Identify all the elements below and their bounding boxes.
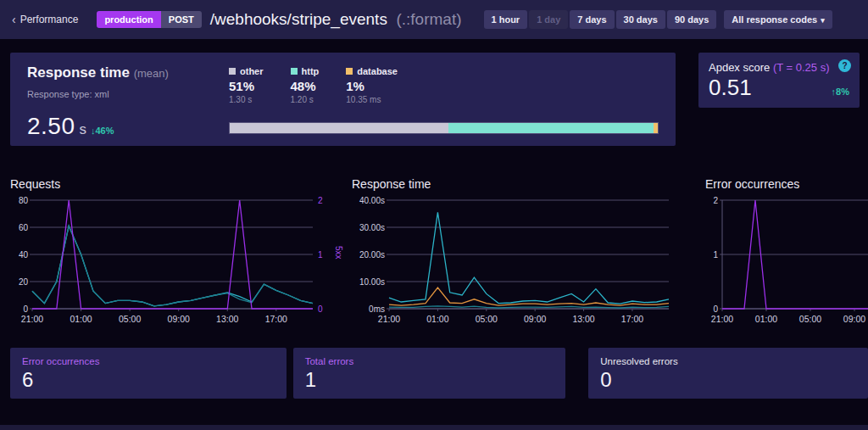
- range-button-90-days[interactable]: 90 days: [667, 10, 716, 29]
- breadcrumb-label: Performance: [20, 14, 79, 25]
- svg-text:0: 0: [713, 304, 718, 314]
- range-button-30-days[interactable]: 30 days: [616, 10, 665, 29]
- range-button-1-hour[interactable]: 1 hour: [484, 10, 528, 29]
- svg-text:13:00: 13:00: [216, 314, 238, 324]
- response-time-number: 2.50: [27, 113, 75, 140]
- response-time-title: Response time (mean): [27, 64, 229, 81]
- legend-item-http: http 48% 1.20 s: [291, 66, 320, 104]
- bar-segment-database: [654, 123, 658, 133]
- svg-text:1: 1: [318, 250, 323, 260]
- bar-segment-other: [230, 123, 448, 133]
- requests-chart-title: Requests: [10, 177, 345, 191]
- range-button-7-days[interactable]: 7 days: [570, 10, 614, 29]
- svg-text:09:00: 09:00: [168, 314, 190, 324]
- svg-text:0: 0: [23, 304, 28, 314]
- chevron-down-icon: ▾: [821, 16, 825, 25]
- svg-text:60: 60: [19, 223, 29, 232]
- response-time-card: Response time (mean) Response type: xml …: [10, 53, 676, 146]
- svg-text:13:00: 13:00: [572, 314, 594, 324]
- top-bar: ‹ Performance production POST /webhooks/…: [0, 0, 868, 39]
- unresolved-errors-stat-value: 0: [600, 368, 856, 392]
- requests-chart-block: Requests 02040608021:0001:0005:0009:0013…: [10, 177, 345, 327]
- total-errors-stat-card[interactable]: Total errors 1: [293, 348, 566, 399]
- breadcrumb-performance[interactable]: ‹ Performance: [12, 13, 78, 26]
- svg-text:17:00: 17:00: [621, 314, 643, 324]
- svg-text:0: 0: [318, 304, 323, 314]
- requests-chart[interactable]: 02040608021:0001:0005:0009:0013:0017:000…: [10, 193, 345, 327]
- response-codes-dropdown[interactable]: All response codes▾: [724, 10, 832, 29]
- svg-text:40: 40: [19, 250, 29, 260]
- apdex-threshold: (T = 0.25 s): [773, 61, 830, 74]
- svg-text:05:00: 05:00: [119, 314, 141, 324]
- svg-text:0ms: 0ms: [369, 304, 385, 314]
- svg-text:01:00: 01:00: [755, 314, 777, 324]
- error-occurrences-stat-card[interactable]: Error occurrences 6: [10, 348, 287, 399]
- response-time-card-right: other 51% 1.30 s http 48% 1.20 s databas…: [229, 64, 659, 134]
- response-time-card-left: Response time (mean) Response type: xml …: [27, 64, 229, 134]
- total-errors-stat-value: 1: [305, 368, 554, 392]
- unresolved-errors-stat-label: Unresolved errors: [600, 356, 856, 366]
- svg-text:21:00: 21:00: [378, 314, 400, 324]
- total-errors-stat-label[interactable]: Total errors: [305, 356, 554, 366]
- svg-text:40.00s: 40.00s: [359, 196, 385, 205]
- apdex-card: Apdex score (T = 0.25 s) 0.51 ? ↑8%: [698, 53, 860, 108]
- response-breakdown-legend: other 51% 1.30 s http 48% 1.20 s databas…: [229, 66, 659, 104]
- http-time: 1.20 s: [291, 95, 320, 104]
- error-occurrences-chart[interactable]: 01221:0001:0005:0009:0013:0017:00: [705, 193, 868, 327]
- svg-text:21:00: 21:00: [21, 314, 43, 324]
- response-time-chart-block: Response time 0ms10.00s20.00s30.00s40.00…: [352, 177, 682, 327]
- svg-text:5xx: 5xx: [334, 246, 343, 260]
- svg-text:20.00s: 20.00s: [359, 250, 385, 260]
- svg-text:21:00: 21:00: [711, 314, 733, 324]
- time-range-group: 1 hour 1 day 7 days 30 days 90 days: [484, 10, 717, 29]
- page-title: /webhooks/stripe_events (.:format): [210, 10, 462, 29]
- help-icon[interactable]: ?: [838, 59, 851, 72]
- svg-text:2: 2: [318, 196, 323, 205]
- response-time-chart[interactable]: 0ms10.00s20.00s30.00s40.00s21:0001:0005:…: [352, 193, 682, 327]
- error-occurrences-chart-block: Error occurrences 01221:0001:0005:0009:0…: [705, 177, 868, 327]
- response-type-label: Response type: xml: [27, 89, 229, 99]
- legend-item-other: other 51% 1.30 s: [229, 66, 264, 104]
- svg-text:80: 80: [19, 196, 29, 205]
- database-swatch: [346, 68, 353, 75]
- legend-item-database: database 1% 10.35 ms: [346, 66, 398, 104]
- svg-text:10.00s: 10.00s: [359, 277, 385, 287]
- error-occurrences-chart-title: Error occurrences: [705, 177, 868, 191]
- database-percent: 1%: [346, 79, 398, 93]
- badges: production POST: [97, 11, 201, 28]
- mean-label: (mean): [134, 67, 169, 80]
- response-time-delta: ↓46%: [91, 126, 114, 136]
- apdex-title: Apdex score (T = 0.25 s): [709, 61, 849, 74]
- stats-row: Error occurrences 6 Total errors 1 Unres…: [0, 348, 868, 399]
- other-time: 1.30 s: [229, 95, 264, 104]
- other-swatch: [229, 68, 236, 75]
- error-occurrences-stat-value: 6: [22, 368, 275, 392]
- range-button-1-day[interactable]: 1 day: [529, 10, 568, 29]
- svg-text:30.00s: 30.00s: [359, 223, 385, 232]
- svg-text:09:00: 09:00: [524, 314, 546, 324]
- response-time-unit: s: [80, 121, 87, 138]
- apdex-value: 0.51: [709, 75, 849, 101]
- svg-text:05:00: 05:00: [476, 314, 498, 324]
- bar-segment-http: [448, 123, 654, 133]
- apdex-delta: ↑8%: [832, 87, 849, 97]
- response-time-chart-title: Response time: [352, 177, 682, 191]
- svg-text:05:00: 05:00: [799, 314, 821, 324]
- unresolved-errors-stat-card: Unresolved errors 0: [588, 348, 868, 399]
- http-percent: 48%: [291, 79, 320, 93]
- summary-row: Response time (mean) Response type: xml …: [0, 39, 868, 146]
- database-time: 10.35 ms: [346, 95, 398, 104]
- other-percent: 51%: [229, 79, 264, 93]
- charts-row: Requests 02040608021:0001:0005:0009:0013…: [0, 177, 868, 327]
- svg-text:01:00: 01:00: [426, 314, 448, 324]
- response-time-value: 2.50 s ↓46%: [27, 113, 229, 140]
- route-path: /webhooks/stripe_events: [210, 10, 387, 28]
- error-occurrences-stat-label[interactable]: Error occurrences: [22, 356, 275, 366]
- environment-badge: production: [97, 11, 160, 28]
- svg-text:17:00: 17:00: [265, 314, 287, 324]
- chevron-left-icon: ‹: [12, 13, 16, 26]
- svg-text:1: 1: [713, 250, 718, 260]
- svg-text:01:00: 01:00: [70, 314, 92, 324]
- bottom-section-edge: [0, 425, 868, 430]
- svg-text:09:00: 09:00: [843, 314, 865, 324]
